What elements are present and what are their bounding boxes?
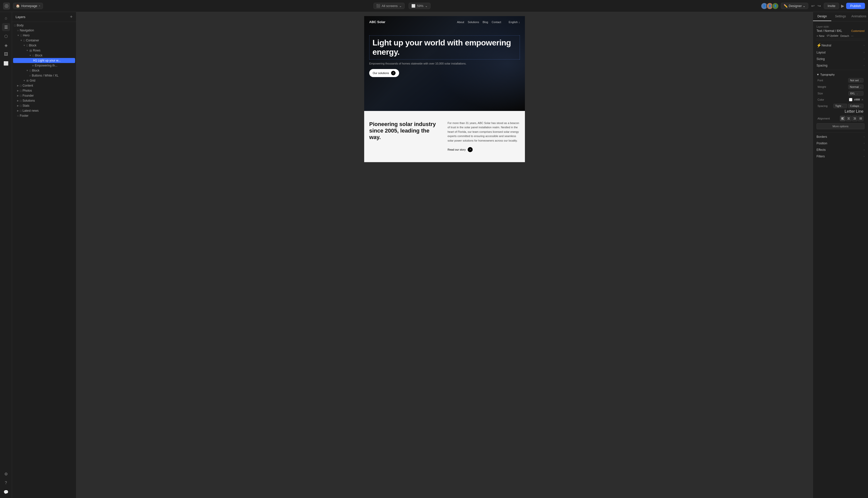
- spacing-sub-labels: Letter Line: [817, 109, 865, 115]
- layer-body[interactable]: □ Body: [12, 23, 76, 28]
- borders-section[interactable]: Borders ›: [816, 133, 866, 140]
- size-row: Size 8XL: [817, 90, 865, 97]
- layer-block-1[interactable]: ▼ □ Block: [12, 43, 76, 48]
- spacing-label: Spacing: [817, 64, 827, 67]
- size-dropdown[interactable]: 8XL: [848, 91, 864, 96]
- close-icon[interactable]: ×: [39, 4, 40, 7]
- layer-style-section: Layer style: Text / Normal / 8XL Customi…: [816, 24, 866, 39]
- nav-links: About Solutions Blog Contact: [457, 21, 501, 24]
- align-center-button[interactable]: [846, 116, 852, 121]
- layer-empowering[interactable]: ≡ Empowering th...: [12, 63, 76, 68]
- typography-header[interactable]: ▼ Typography: [817, 72, 865, 77]
- layer-block-3[interactable]: ▼ □ Block: [12, 68, 76, 73]
- homepage-tab[interactable]: 🏠 Homepage ×: [13, 3, 43, 9]
- borders-label: Borders: [817, 135, 827, 139]
- nav-blog[interactable]: Blog: [482, 21, 488, 24]
- hero-cta-button[interactable]: Our solutions ↗: [369, 69, 399, 77]
- align-justify-button[interactable]: [858, 116, 864, 121]
- align-right-button[interactable]: [852, 116, 857, 121]
- language-selector[interactable]: English ↓: [509, 21, 520, 24]
- content-cta-button[interactable]: Read our story ↗: [448, 147, 473, 152]
- detach-style-button[interactable]: Detach: [840, 34, 849, 37]
- nav-contact[interactable]: Contact: [492, 21, 501, 24]
- tab-animations[interactable]: Animations: [850, 12, 868, 21]
- tab-design[interactable]: Design: [813, 12, 831, 21]
- sizing-label: Sizing: [817, 57, 825, 61]
- layers-header: Layers +: [12, 12, 76, 22]
- update-style-button[interactable]: ↺ Update: [827, 34, 839, 37]
- weight-label: Weight: [817, 86, 826, 88]
- layer-navigation[interactable]: ○ Navigation: [12, 28, 76, 33]
- nav-solutions[interactable]: Solutions: [468, 21, 479, 24]
- settings-icon[interactable]: ⚙: [2, 470, 10, 478]
- layers-icon[interactable]: ☰: [2, 23, 10, 31]
- font-label: Font: [817, 79, 823, 82]
- layer-rows[interactable]: ▼ ▤ Rows: [12, 48, 76, 53]
- redo-button[interactable]: ↪: [817, 3, 822, 9]
- invite-button[interactable]: Invite: [824, 3, 839, 9]
- all-screens-control[interactable]: ⬛ All screens ⌄: [374, 3, 405, 9]
- effects-section[interactable]: Effects ›: [816, 147, 866, 153]
- layout-section[interactable]: Layout ›: [816, 49, 866, 56]
- color-row: Color #ffffff ×: [817, 97, 865, 103]
- zoom-control[interactable]: ⬜ 59% ⌄: [409, 3, 430, 9]
- sizing-section[interactable]: Sizing ›: [816, 56, 866, 62]
- layer-h1[interactable]: H1 Light up your w...: [13, 58, 75, 63]
- layers-list: □ Body ○ Navigation ▼ □ Hero ▼ □ Contain…: [12, 22, 76, 498]
- layer-grid[interactable]: ▼ ⊞ Grid: [12, 78, 76, 83]
- filters-section[interactable]: Filters ›: [816, 153, 866, 160]
- content-cta-arrow-icon: ↗: [468, 147, 473, 152]
- help-icon[interactable]: ?: [2, 479, 10, 487]
- layer-solutions[interactable]: ▶ □ Solutions: [12, 98, 76, 103]
- spacing-section[interactable]: Spacing ›: [816, 62, 866, 69]
- undo-button[interactable]: ↩: [810, 3, 816, 9]
- components-icon[interactable]: ⬡: [2, 32, 10, 40]
- font-dropdown[interactable]: Not set: [848, 78, 864, 82]
- more-style-options[interactable]: ···: [851, 34, 853, 37]
- layer-photos[interactable]: ▶ □ Photos: [12, 88, 76, 93]
- layer-founder[interactable]: ▶ □ Founder: [12, 93, 76, 98]
- pages-icon[interactable]: ⬜: [2, 59, 10, 67]
- color-swatch[interactable]: [849, 98, 852, 101]
- align-left-button[interactable]: [840, 116, 845, 121]
- layout-arrow: ›: [864, 51, 865, 54]
- neutral-section[interactable]: ⚡ Neutral ›: [816, 41, 866, 49]
- layer-style-actions: + New ↺ Update Detach ···: [817, 34, 865, 37]
- nav-about[interactable]: About: [457, 21, 464, 24]
- position-section[interactable]: Position ›: [816, 140, 866, 147]
- letter-sub-label: Letter: [845, 109, 855, 114]
- alignment-buttons: [840, 116, 864, 121]
- layer-stats[interactable]: ▶ □ Stats: [12, 103, 76, 108]
- assets-icon[interactable]: 🖼: [2, 50, 10, 58]
- add-layer-button[interactable]: +: [70, 15, 73, 19]
- layer-footer[interactable]: ○ Footer: [12, 113, 76, 118]
- layer-content[interactable]: ▶ □ Content: [12, 83, 76, 88]
- collapse-arrow-icon: ▼: [817, 73, 819, 76]
- size-label: Size: [817, 92, 823, 95]
- logo-icon[interactable]: [3, 2, 10, 10]
- publish-button[interactable]: Publish: [846, 3, 865, 9]
- layer-buttons-white[interactable]: ○ Buttons / White / XL: [12, 73, 76, 78]
- new-style-button[interactable]: + New: [817, 34, 825, 37]
- style-icon[interactable]: ◈: [2, 41, 10, 49]
- line-sub-label: Line: [856, 109, 864, 114]
- feedback-icon[interactable]: 💬: [2, 488, 10, 496]
- layer-hero[interactable]: ▼ □ Hero: [12, 33, 76, 38]
- layer-container[interactable]: ▼ □ Container: [12, 38, 76, 43]
- layer-latest-news[interactable]: ▶ □ Latest news: [12, 108, 76, 113]
- more-options-button[interactable]: More options: [817, 123, 865, 129]
- canvas[interactable]: ABC Solar About Solutions Blog Contact E…: [76, 12, 813, 498]
- line-spacing-control[interactable]: Collaps ⌄: [848, 104, 864, 108]
- layer-block-2[interactable]: ▼ □ Block: [12, 53, 76, 58]
- typography-section: ▼ Typography Font Not set Weight Normal: [816, 71, 866, 131]
- designer-button[interactable]: ✏️ Designer ⌄: [781, 3, 808, 9]
- home-nav-icon[interactable]: ⌂: [2, 14, 10, 22]
- color-clear-button[interactable]: ×: [861, 97, 864, 102]
- home-icon: 🏠: [16, 4, 20, 8]
- tab-settings[interactable]: Settings: [831, 12, 850, 21]
- weight-dropdown[interactable]: Normal: [848, 84, 864, 89]
- main-area: ⌂ ☰ ⬡ ◈ 🖼 ⬜ ⚙ ? 💬 Layers + □ Body ○ Navi…: [0, 12, 868, 498]
- content-section: Pioneering solar industry since 2005, le…: [364, 111, 525, 162]
- play-button[interactable]: ▶: [841, 3, 844, 8]
- letter-spacing-control[interactable]: Tight ⌄: [833, 104, 847, 108]
